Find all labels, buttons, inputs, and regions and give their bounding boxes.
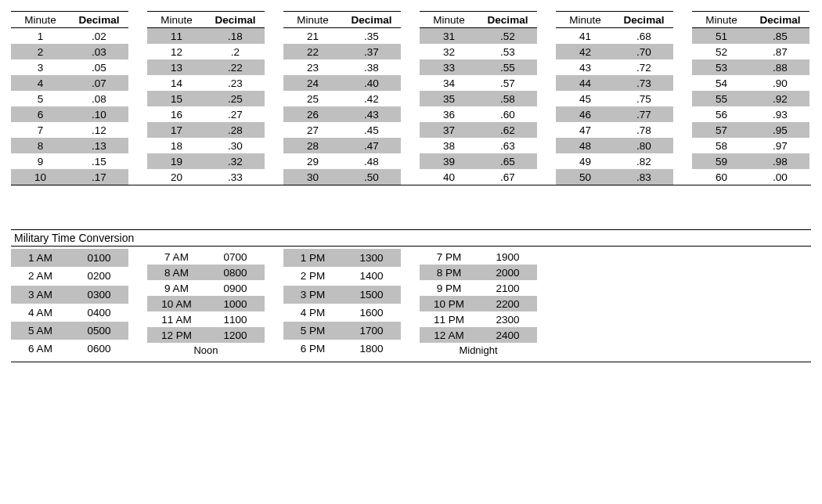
cell-minute: 2 [11,44,70,59]
header-decimal: Decimal [478,12,537,28]
minute-decimal-column: MinuteDecimal41.6842.7043.7244.7345.7546… [556,11,673,185]
cell-minute: 35 [420,91,478,106]
cell-military-time: 0600 [70,340,128,358]
table-row: 38.63 [420,138,537,153]
cell-decimal: .08 [70,91,128,106]
cell-decimal: .17 [70,169,128,185]
header-minute: Minute [556,12,615,28]
cell-minute: 15 [147,91,206,106]
cell-minute: 40 [420,169,478,185]
cell-decimal: .55 [478,59,537,75]
table-row: 29.48 [283,153,401,169]
cell-military-time: 0400 [70,304,128,322]
minute-decimal-tables: MinuteDecimal1.022.033.054.075.086.107.1… [11,11,811,185]
cell-minute: 39 [420,153,478,169]
table-row: 1 PM1300 [283,249,401,267]
cell-decimal: .43 [342,106,401,122]
cell-minute: 33 [420,59,478,75]
cell-decimal: .97 [751,138,809,153]
cell-decimal: .75 [615,91,673,106]
cell-minute: 47 [556,122,615,138]
table-row: 12 AM2400 [420,327,537,343]
cell-minute: 20 [147,169,206,185]
military-column: 7 PM19008 PM20009 PM210010 PM220011 PM23… [420,249,537,358]
cell-decimal: .40 [342,75,401,91]
table-row: 9 AM0900 [147,280,265,296]
cell-decimal: .13 [70,138,128,153]
cell-military-time: 2000 [478,265,537,280]
cell-minute: 10 [11,169,70,185]
table-row: 13.22 [147,59,265,75]
cell-decimal: .93 [751,106,809,122]
cell-decimal: .30 [206,138,265,153]
cell-minute: 34 [420,75,478,91]
cell-military-time: 1200 [206,327,265,343]
cell-decimal: .88 [751,59,809,75]
table-row: 57.95 [692,122,809,138]
table-row: 8 PM2000 [420,265,537,280]
cell-standard-time: 4 AM [11,304,70,322]
cell-minute: 50 [556,169,615,185]
table-row: 60.00 [692,169,809,185]
cell-minute: 24 [283,75,342,91]
cell-minute: 38 [420,138,478,153]
cell-standard-time: 1 AM [11,249,70,267]
cell-minute: 13 [147,59,206,75]
column-note: Noon [147,343,265,358]
table-row: 4 PM1600 [283,304,401,322]
cell-decimal: .27 [206,106,265,122]
cell-decimal: .02 [70,28,128,45]
cell-military-time: 2100 [478,280,537,296]
cell-military-time: 0900 [206,280,265,296]
table-row: 58.97 [692,138,809,153]
table-row: 14.23 [147,75,265,91]
cell-minute: 19 [147,153,206,169]
header-minute: Minute [420,12,478,28]
table-row: 50.83 [556,169,673,185]
cell-standard-time: 6 PM [283,340,342,358]
cell-decimal: .90 [751,75,809,91]
cell-military-time: 1700 [342,322,401,340]
cell-minute: 32 [420,44,478,59]
table-row: 3 AM0300 [11,286,128,304]
cell-decimal: .92 [751,91,809,106]
cell-decimal: .58 [478,91,537,106]
table-row: 11 PM2300 [420,311,537,327]
cell-standard-time: 4 PM [283,304,342,322]
header-minute: Minute [283,12,342,28]
cell-standard-time: 7 AM [147,249,206,265]
cell-minute: 12 [147,44,206,59]
cell-minute: 7 [11,122,70,138]
cell-minute: 60 [692,169,751,185]
military-column: 1 PM13002 PM14003 PM15004 PM16005 PM1700… [283,249,401,358]
cell-decimal: .87 [751,44,809,59]
cell-decimal: .78 [615,122,673,138]
cell-decimal: .80 [615,138,673,153]
table-row: 27.45 [283,122,401,138]
table-row: 22.37 [283,44,401,59]
minute-decimal-column: MinuteDecimal1.022.033.054.075.086.107.1… [11,11,128,185]
cell-decimal: .57 [478,75,537,91]
table-row: 9.15 [11,153,128,169]
cell-decimal: .38 [342,59,401,75]
cell-minute: 42 [556,44,615,59]
column-note: Midnight [420,343,537,358]
table-row: 59.98 [692,153,809,169]
cell-minute: 41 [556,28,615,45]
minute-decimal-column: MinuteDecimal31.5232.5333.5534.5735.5836… [420,11,537,185]
cell-decimal: .37 [342,44,401,59]
cell-standard-time: 2 AM [11,267,70,285]
table-row: 3 PM1500 [283,286,401,304]
cell-minute: 43 [556,59,615,75]
cell-military-time: 0200 [70,267,128,285]
table-row: 5 PM1700 [283,322,401,340]
cell-standard-time: 10 PM [420,296,478,311]
cell-decimal: .62 [478,122,537,138]
header-minute: Minute [147,12,206,28]
table-row: 12.2 [147,44,265,59]
cell-minute: 11 [147,28,206,45]
cell-military-time: 1300 [342,249,401,267]
minute-decimal-column: MinuteDecimal21.3522.3723.3824.4025.4226… [283,11,401,185]
table-row: 2 AM0200 [11,267,128,285]
cell-military-time: 1600 [342,304,401,322]
